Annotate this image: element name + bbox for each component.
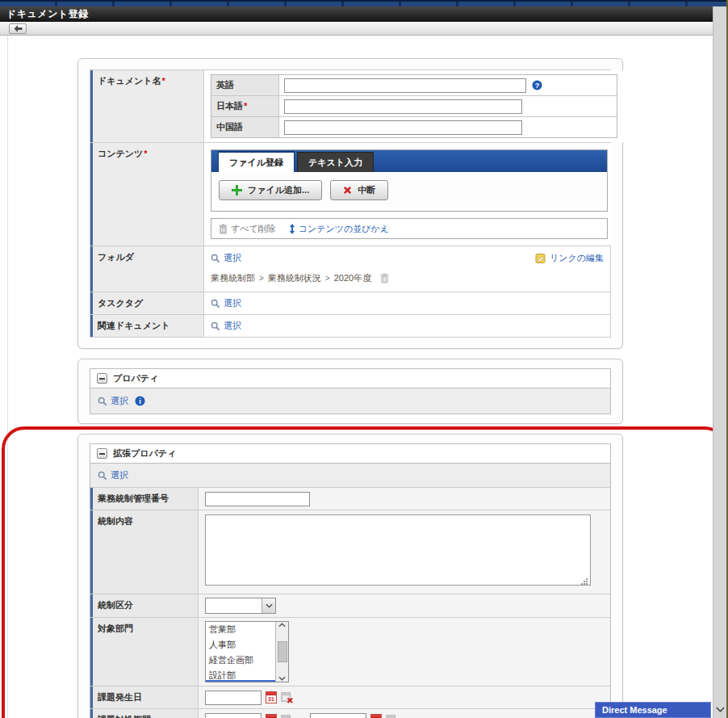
chinese-label: 中国語 (211, 117, 279, 137)
calendar-clear-icon[interactable] (281, 691, 294, 703)
control-content-textarea[interactable] (205, 514, 591, 586)
control-number-label: 業務統制管理番号 (90, 488, 198, 510)
window-title-bar: ドキュメント登録 (0, 6, 713, 22)
control-number-input[interactable] (205, 492, 310, 506)
browser-top-strip (0, 0, 728, 6)
extended-properties-panel: 拡張プロパティ 選択 業務統制管理番号 (77, 434, 623, 718)
document-form-table: ドキュメント名* 英語 ? (90, 69, 611, 338)
trash-icon (219, 224, 228, 234)
help-icon[interactable]: ? (532, 80, 542, 90)
issue-period-end-input[interactable] (310, 713, 366, 718)
link-edit-icon (535, 253, 546, 264)
document-name-value: 英語 ? 日本語* (203, 70, 624, 142)
breadcrumb-separator: > (259, 274, 264, 283)
document-name-label: ドキュメント名* (90, 70, 203, 142)
extended-select-link[interactable]: 選択 (98, 469, 128, 481)
tab-file-upload[interactable]: ファイル登録 (218, 151, 295, 172)
reorder-contents-link[interactable]: コンテンツの並びかえ (289, 223, 389, 235)
folder-breadcrumb: 業務統制部 > 業務統制状況 > 2020年度 (211, 272, 604, 284)
collapse-icon[interactable] (97, 373, 107, 384)
search-icon (211, 321, 220, 331)
search-icon (98, 471, 107, 481)
svg-text:i: i (139, 397, 141, 405)
info-icon[interactable]: i (135, 396, 145, 406)
folder-select-link[interactable]: 選択 (211, 252, 241, 264)
list-item[interactable]: 人事部 (206, 637, 275, 653)
direct-message-badge[interactable]: Direct Message (595, 702, 711, 718)
row-japanese: 日本語* (211, 96, 617, 117)
required-mark: * (244, 101, 247, 111)
japanese-name-input[interactable] (284, 99, 522, 114)
back-button[interactable] (9, 23, 27, 34)
list-item[interactable]: 設計部 (206, 668, 275, 682)
breadcrumb-item[interactable]: 業務統制部 (211, 272, 255, 284)
resize-grip-icon[interactable] (580, 577, 588, 586)
file-upload-tab-content: ファイル追加... 中断 (211, 172, 607, 211)
issue-period-start-input[interactable] (205, 713, 261, 718)
cancel-icon (343, 186, 352, 195)
content-actions-box: すべて削除 コンテンツの並びかえ (211, 218, 608, 239)
row-contents: コンテンツ* ファイル登録 テキスト入力 (90, 143, 610, 246)
row-english: 英語 ? (211, 75, 617, 96)
calendar-icon[interactable]: 31 (370, 714, 382, 718)
tasktag-select-link[interactable]: 選択 (211, 297, 241, 309)
calendar-icon[interactable]: 31 (266, 691, 277, 703)
issue-date-label: 課題発生日 (90, 687, 198, 708)
japanese-label: 日本語* (211, 96, 279, 116)
required-mark: * (162, 76, 165, 86)
add-file-button[interactable]: ファイル追加... (219, 180, 322, 200)
calendar-clear-icon[interactable] (386, 714, 399, 718)
abort-button[interactable]: 中断 (330, 180, 388, 200)
edit-links-link[interactable]: リンクの編集 (535, 252, 604, 264)
delete-all-action[interactable]: すべて削除 (219, 223, 276, 235)
tab-text-input[interactable]: テキスト入力 (297, 152, 374, 172)
properties-select-link[interactable]: 選択 (98, 395, 128, 407)
row-issue-date: 課題発生日 31 (90, 686, 610, 708)
listbox-scrollbar[interactable] (275, 622, 288, 682)
language-name-table: 英語 ? 日本語* (211, 74, 617, 138)
control-category-select[interactable] (205, 598, 276, 614)
scrollbar-down-button[interactable] (715, 703, 725, 715)
page-title: ドキュメント登録 (0, 7, 89, 21)
english-name-input[interactable] (284, 78, 526, 93)
row-control-category: 統制区分 (90, 594, 610, 617)
breadcrumb-separator: > (325, 274, 330, 283)
trash-icon[interactable] (380, 273, 389, 283)
plus-icon (232, 185, 242, 195)
document-form-panel: ドキュメント名* 英語 ? (77, 58, 623, 349)
row-related-documents: 関連ドキュメント 選択 (90, 315, 610, 337)
issue-date-input[interactable] (205, 691, 261, 705)
list-item[interactable]: 経営企画部 (206, 653, 275, 668)
breadcrumb-item[interactable]: 業務統制状況 (268, 272, 321, 284)
calendar-clear-icon[interactable] (281, 714, 294, 718)
collapse-icon[interactable] (97, 448, 107, 459)
vertical-scrollbar[interactable] (713, 6, 726, 718)
related-select-link[interactable]: 選択 (211, 320, 241, 332)
row-control-number: 業務統制管理番号 (90, 487, 610, 510)
range-separator: ~ (298, 716, 306, 718)
chinese-name-input[interactable] (284, 120, 522, 135)
toolbar (0, 22, 713, 36)
content-tab-bar: ファイル登録 テキスト入力 (211, 150, 607, 172)
chevron-up-icon[interactable] (278, 623, 286, 628)
row-chinese: 中国語 (211, 117, 617, 137)
properties-panel: プロパティ 選択 i (77, 359, 623, 424)
list-item[interactable]: 営業部 (206, 622, 275, 637)
sort-vertical-icon (289, 224, 295, 234)
chevron-down-icon (716, 707, 725, 712)
required-mark: * (144, 149, 147, 158)
control-content-label: 統制内容 (90, 510, 198, 594)
department-listbox[interactable]: 営業部 人事部 経営企画部 設計部 (205, 621, 289, 682)
properties-title: プロパティ (113, 372, 158, 384)
selected-value (206, 598, 261, 613)
scrollbar-thumb[interactable] (278, 641, 287, 662)
calendar-icon[interactable]: 31 (266, 714, 277, 718)
folder-label: フォルダ (90, 246, 203, 292)
english-label: 英語 (211, 75, 279, 95)
related-documents-label: 関連ドキュメント (90, 315, 203, 337)
page-content: ドキュメント名* 英語 ? (0, 36, 713, 718)
back-icon (14, 25, 23, 32)
extended-properties-section: 拡張プロパティ 選択 業務統制管理番号 (90, 443, 611, 718)
breadcrumb-item[interactable]: 2020年度 (334, 272, 371, 284)
chevron-down-icon[interactable] (278, 676, 286, 681)
